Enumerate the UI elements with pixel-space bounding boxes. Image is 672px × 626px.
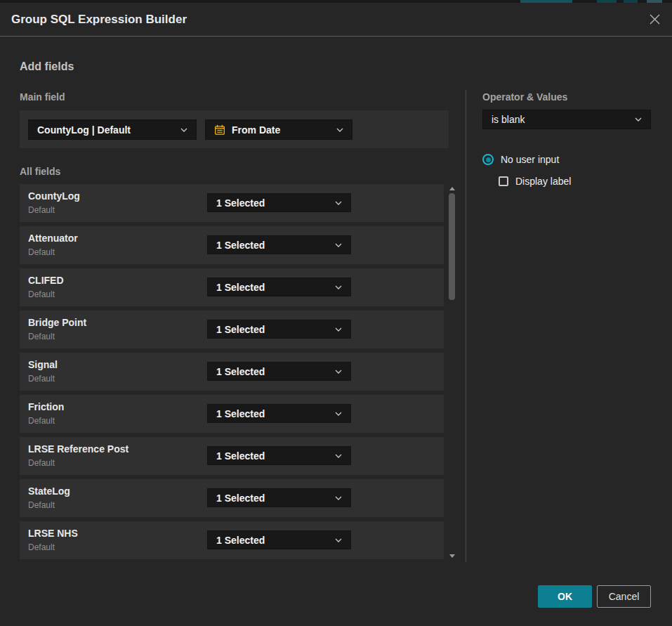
- chevron-down-icon: [180, 128, 187, 132]
- chevron-down-icon: [335, 496, 342, 500]
- checkbox-unchecked-icon: [499, 176, 508, 186]
- field-row: CountyLog Default 1 Selected: [20, 184, 444, 222]
- display-label-label: Display label: [515, 176, 571, 187]
- field-selection-value: 1 Selected: [216, 197, 329, 209]
- display-label-checkbox[interactable]: Display label: [499, 176, 571, 187]
- panel-divider: [466, 90, 466, 562]
- field-subtitle: Default: [28, 289, 55, 299]
- scrollbar-thumb[interactable]: [449, 193, 455, 300]
- operator-values-heading: Operator & Values: [482, 91, 567, 103]
- chevron-down-icon: [335, 243, 342, 247]
- field-selection-value: 1 Selected: [216, 324, 329, 335]
- calendar-icon: [214, 124, 225, 136]
- field-name: LRSE NHS: [28, 528, 78, 539]
- field-selection-value: 1 Selected: [216, 366, 329, 377]
- field-row: CLIFED Default 1 Selected: [20, 268, 444, 306]
- field-subtitle: Default: [28, 374, 55, 384]
- chevron-down-icon: [635, 117, 642, 122]
- main-field-value: From Date: [232, 124, 331, 136]
- field-selection-value: 1 Selected: [216, 408, 329, 419]
- field-selection-dropdown[interactable]: 1 Selected: [207, 235, 351, 254]
- chevron-down-icon: [335, 370, 342, 374]
- cancel-button[interactable]: Cancel: [597, 585, 651, 608]
- chevron-down-icon: [335, 412, 342, 416]
- field-selection-dropdown[interactable]: 1 Selected: [207, 193, 351, 212]
- field-selection-dropdown[interactable]: 1 Selected: [207, 446, 351, 465]
- field-selection-value: 1 Selected: [216, 240, 329, 251]
- close-button[interactable]: [647, 13, 662, 28]
- operator-value: is blank: [492, 114, 629, 125]
- dialog-title: Group SQL Expression Builder: [11, 3, 187, 37]
- field-name: Friction: [28, 401, 64, 412]
- chevron-down-icon: [335, 538, 342, 542]
- scroll-up-arrow-icon[interactable]: [449, 187, 455, 190]
- field-selection-dropdown[interactable]: 1 Selected: [207, 530, 351, 549]
- field-subtitle: Default: [28, 205, 55, 215]
- no-user-input-radio[interactable]: No user input: [482, 154, 559, 165]
- field-selection-dropdown[interactable]: 1 Selected: [207, 488, 351, 507]
- field-name: StateLog: [28, 485, 70, 497]
- main-field-dropdown[interactable]: From Date: [205, 119, 353, 140]
- operator-dropdown[interactable]: is blank: [482, 110, 651, 129]
- field-row: StateLog Default 1 Selected: [20, 479, 444, 517]
- field-name: Attenuator: [28, 233, 78, 244]
- chevron-down-icon: [336, 128, 343, 132]
- all-fields-label: All fields: [20, 166, 60, 177]
- add-fields-heading: Add fields: [20, 60, 74, 73]
- field-selection-value: 1 Selected: [216, 450, 329, 462]
- layer-source-value: CountyLog | Default: [37, 124, 175, 136]
- close-icon: [649, 13, 661, 28]
- chevron-down-icon: [335, 454, 342, 458]
- field-subtitle: Default: [28, 500, 55, 510]
- field-row: Friction Default 1 Selected: [20, 395, 444, 433]
- dialog-header: Group SQL Expression Builder: [0, 3, 672, 37]
- ok-button[interactable]: OK: [538, 585, 592, 608]
- field-row: LRSE Reference Post Default 1 Selected: [20, 437, 444, 475]
- chevron-down-icon: [335, 327, 342, 332]
- field-selection-value: 1 Selected: [216, 282, 329, 293]
- field-selection-dropdown[interactable]: 1 Selected: [207, 320, 351, 339]
- main-field-container: CountyLog | Default From Date: [20, 110, 449, 148]
- group-sql-expression-builder-dialog: Group SQL Expression Builder Add fields …: [0, 0, 672, 626]
- field-row: Signal Default 1 Selected: [20, 353, 444, 391]
- field-name: LRSE Reference Post: [28, 443, 129, 455]
- field-subtitle: Default: [28, 247, 55, 257]
- all-fields-list: CountyLog Default 1 Selected Attenuator …: [20, 184, 444, 561]
- fields-list-scrollbar[interactable]: [447, 184, 457, 561]
- field-row: Bridge Point Default 1 Selected: [20, 311, 444, 348]
- field-name: CountyLog: [28, 190, 80, 202]
- field-selection-dropdown[interactable]: 1 Selected: [207, 404, 351, 423]
- field-selection-value: 1 Selected: [216, 535, 329, 546]
- field-row: LRSE NHS Default 1 Selected: [20, 521, 444, 559]
- field-name: CLIFED: [28, 275, 64, 286]
- field-selection-dropdown[interactable]: 1 Selected: [207, 362, 351, 381]
- field-name: Bridge Point: [28, 317, 86, 328]
- scroll-down-arrow-icon[interactable]: [449, 554, 455, 558]
- field-subtitle: Default: [28, 542, 55, 552]
- field-selection-value: 1 Selected: [216, 493, 329, 504]
- field-subtitle: Default: [28, 416, 55, 426]
- chevron-down-icon: [335, 285, 342, 289]
- field-name: Signal: [28, 359, 58, 370]
- layer-source-dropdown[interactable]: CountyLog | Default: [28, 119, 197, 140]
- field-selection-dropdown[interactable]: 1 Selected: [207, 278, 351, 296]
- field-subtitle: Default: [28, 332, 55, 341]
- field-row: Attenuator Default 1 Selected: [20, 226, 444, 264]
- radio-selected-icon: [482, 154, 494, 165]
- field-subtitle: Default: [28, 458, 55, 468]
- no-user-input-label: No user input: [501, 154, 559, 165]
- main-field-label: Main field: [20, 91, 65, 103]
- chevron-down-icon: [335, 201, 342, 205]
